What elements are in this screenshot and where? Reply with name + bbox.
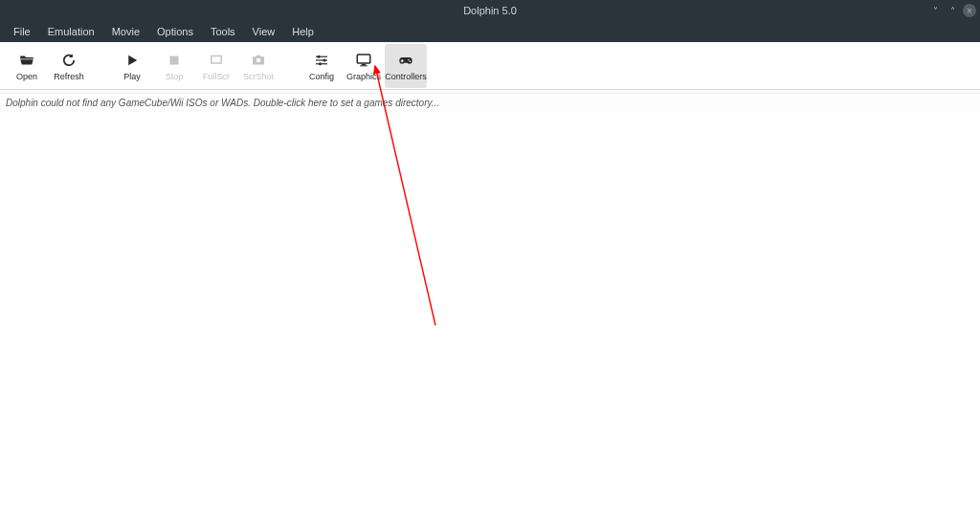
game-list-area[interactable]: Dolphin could not find any GameCube/Wii … (0, 90, 980, 530)
graphics-button[interactable]: Graphics (343, 44, 385, 88)
svg-point-3 (256, 57, 261, 62)
menubar: File Emulation Movie Options Tools View … (0, 21, 980, 42)
screenshot-label: ScrShot (243, 72, 274, 81)
sliders-icon (311, 51, 332, 70)
controllers-label: Controllers (385, 72, 427, 81)
fullscreen-icon (206, 51, 227, 70)
svg-rect-0 (170, 55, 179, 64)
titlebar: Dolphin 5.0 ˅ ˄ × (0, 0, 980, 21)
play-icon (122, 51, 143, 70)
empty-games-message: Dolphin could not find any GameCube/Wii … (0, 94, 980, 112)
fullscreen-label: FullScr (203, 72, 230, 81)
menu-emulation[interactable]: Emulation (40, 24, 102, 39)
svg-point-9 (319, 62, 322, 65)
window-title: Dolphin 5.0 (463, 5, 517, 16)
svg-point-16 (410, 60, 412, 62)
window-close-icon[interactable]: × (963, 4, 976, 17)
menu-file[interactable]: File (6, 24, 38, 39)
svg-rect-14 (401, 60, 404, 61)
svg-point-15 (408, 58, 410, 60)
svg-point-7 (318, 55, 321, 57)
camera-icon (248, 51, 269, 70)
window-maximize-icon[interactable]: ˄ (946, 4, 959, 17)
open-button[interactable]: Open (6, 44, 48, 88)
menu-help[interactable]: Help (284, 24, 322, 39)
config-label: Config (309, 72, 334, 81)
open-label: Open (16, 72, 37, 81)
toolbar: Open Refresh Play Stop FullScr ScrShot (0, 42, 980, 90)
graphics-label: Graphics (346, 72, 381, 81)
controllers-button[interactable]: Controllers (385, 44, 427, 88)
fullscreen-button: FullScr (195, 44, 237, 88)
stop-button: Stop (153, 44, 195, 88)
window-controls: ˅ ˄ × (928, 0, 976, 21)
svg-rect-12 (360, 65, 368, 66)
folder-open-icon (16, 51, 37, 70)
svg-rect-11 (362, 63, 367, 65)
menu-movie[interactable]: Movie (104, 24, 147, 39)
config-button[interactable]: Config (301, 44, 343, 88)
monitor-icon (353, 51, 374, 70)
play-button[interactable]: Play (111, 44, 153, 88)
menu-view[interactable]: View (245, 24, 283, 39)
refresh-icon (58, 51, 79, 70)
svg-rect-10 (357, 55, 370, 63)
gamepad-icon (395, 51, 416, 70)
refresh-label: Refresh (54, 72, 84, 81)
svg-rect-2 (212, 56, 221, 62)
svg-point-8 (323, 58, 326, 61)
refresh-button[interactable]: Refresh (48, 44, 90, 88)
stop-label: Stop (166, 72, 184, 81)
screenshot-button: ScrShot (237, 44, 279, 88)
play-label: Play (123, 72, 141, 81)
menu-options[interactable]: Options (149, 24, 201, 39)
window-minimize-icon[interactable]: ˅ (928, 4, 942, 17)
menu-tools[interactable]: Tools (203, 24, 243, 39)
stop-icon (164, 51, 185, 70)
